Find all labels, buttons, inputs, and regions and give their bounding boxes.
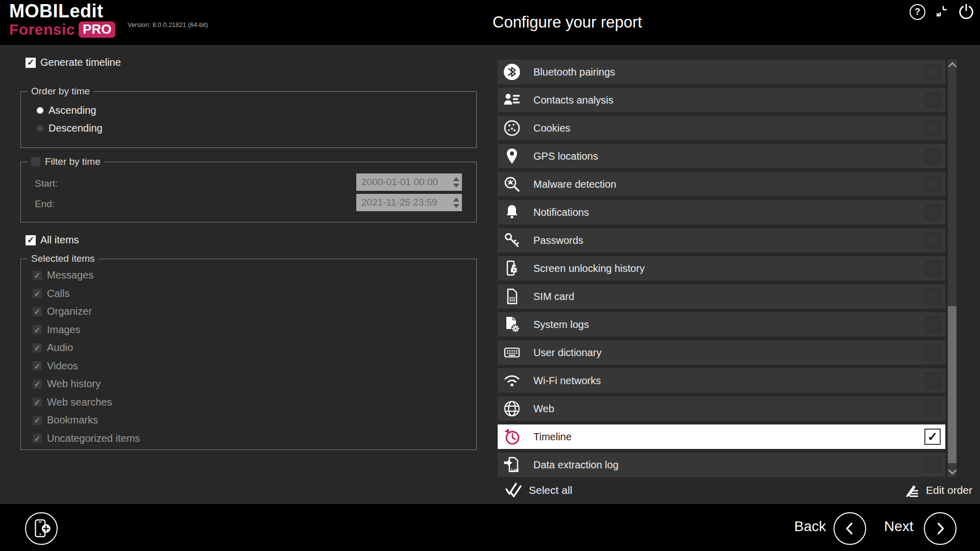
selected-item-organizer[interactable]: ✓Organizer [33,306,92,317]
spinner-down-icon[interactable] [453,204,459,208]
report-item-checkbox[interactable] [925,64,941,80]
report-item-label: Timeline [533,431,572,443]
selected-item-uncategorized-items[interactable]: ✓Uncategorized items [33,433,140,444]
add-device-button[interactable] [25,512,58,545]
order-by-time-legend: Order by time [28,86,93,97]
report-item-passwords[interactable]: Passwords [498,228,945,253]
chevron-left-icon [841,520,859,537]
all-items-label: All items [40,234,79,246]
end-datetime-input[interactable]: 2021-11-25 23:59 [356,194,462,211]
selected-item-checkbox[interactable]: ✓ [33,289,42,298]
generate-timeline-checkbox[interactable]: ✓ [26,58,36,68]
report-item-malware-detection[interactable]: Malware detection [498,172,945,196]
report-item-bluetooth-pairings[interactable]: Bluetooth pairings [498,60,945,84]
select-all-button[interactable]: Select all [504,481,572,499]
report-item-sim-card[interactable]: SIM card [498,284,945,309]
help-button[interactable]: ? [910,4,925,20]
selected-item-checkbox[interactable]: ✓ [33,397,42,407]
report-item-checkbox[interactable] [925,373,941,388]
start-datetime-input[interactable]: 2000-01-01 00:00 [356,173,462,191]
radio-descending-dot[interactable] [37,125,43,132]
scroll-up-icon[interactable] [948,62,957,71]
all-items-checkbox-row[interactable]: ✓ All items [26,234,79,246]
report-item-checkbox[interactable] [925,92,941,108]
selected-item-checkbox[interactable]: ✓ [33,361,42,370]
report-item-web[interactable]: Web [498,396,945,421]
selected-item-checkbox[interactable]: ✓ [33,416,42,425]
spinner-up-icon[interactable] [453,177,459,181]
report-item-label: Screen unlocking history [533,263,645,274]
report-item-checkbox[interactable] [925,317,941,332]
passwords-icon [503,231,521,249]
selected-items-legend: Selected items [28,253,99,264]
scrollbar-thumb[interactable] [948,306,957,463]
report-item-checkbox[interactable]: ✓ [924,429,941,445]
filter-by-time-checkbox[interactable] [31,157,40,166]
page-title: Configure your report [493,13,642,32]
report-item-screen-unlocking-history[interactable]: Screen unlocking history [498,256,945,281]
all-items-checkbox[interactable]: ✓ [26,235,36,245]
report-item-checkbox[interactable] [925,261,941,276]
selected-item-videos[interactable]: ✓Videos [33,360,78,372]
selected-item-audio[interactable]: ✓Audio [33,342,73,354]
report-item-checkbox[interactable] [925,345,941,360]
help-icon: ? [915,7,920,17]
report-list-scrollbar[interactable] [948,60,957,477]
report-item-checkbox[interactable] [925,401,941,416]
report-item-checkbox[interactable] [925,233,941,248]
selected-item-checkbox[interactable]: ✓ [33,307,42,316]
resize-window-button[interactable] [934,5,949,22]
report-item-checkbox[interactable] [925,177,941,192]
report-item-user-dictionary[interactable]: User dictionary [498,340,945,365]
data-extraction-log-icon: Log [503,456,521,474]
back-label[interactable]: Back [794,518,826,535]
report-item-notifications[interactable]: Notifications [498,200,945,224]
scroll-down-icon[interactable] [948,466,957,475]
next-button[interactable] [924,512,957,545]
gps-locations-icon [503,147,521,165]
report-item-timeline[interactable]: Timeline✓ [498,424,945,449]
selected-item-calls[interactable]: ✓Calls [33,288,69,299]
report-item-label: Cookies [533,122,570,134]
radio-descending[interactable]: Descending [37,122,103,134]
selected-item-checkbox[interactable]: ✓ [33,325,42,334]
spinner-down-icon[interactable] [453,184,459,188]
next-label[interactable]: Next [884,518,914,535]
report-item-data-extraction-log[interactable]: LogData extraction log [498,453,945,477]
selected-item-bookmarks[interactable]: ✓Bookmarks [33,414,98,426]
start-datetime-spinner[interactable] [451,177,462,188]
power-button[interactable] [958,3,975,22]
selected-item-label: Web history [47,378,101,390]
selected-item-checkbox[interactable]: ✓ [33,380,42,389]
selected-item-checkbox[interactable]: ✓ [33,434,42,443]
report-item-label: GPS locations [533,151,598,162]
selected-item-label: Calls [47,288,69,299]
radio-ascending[interactable]: Ascending [37,105,96,116]
selected-item-images[interactable]: ✓Images [33,324,81,336]
selected-item-checkbox[interactable]: ✓ [33,343,42,353]
selected-item-messages[interactable]: ✓Messages [33,269,93,281]
report-item-wi-fi-networks[interactable]: Wi-Fi networks [498,368,945,393]
selected-item-web-history[interactable]: ✓Web history [33,378,101,390]
spinner-up-icon[interactable] [453,197,459,202]
report-item-checkbox[interactable] [925,120,941,136]
report-item-label: SIM card [533,291,574,303]
report-item-checkbox[interactable] [925,205,941,220]
report-item-system-logs[interactable]: System logs [498,312,945,337]
report-item-cookies[interactable]: Cookies [498,116,945,140]
back-button[interactable] [834,512,866,545]
edit-order-button[interactable]: Edit order [903,482,972,498]
report-item-label: User dictionary [533,347,601,359]
report-item-checkbox[interactable] [925,289,941,304]
report-item-checkbox[interactable] [925,457,941,472]
selected-item-web-searches[interactable]: ✓Web searches [33,396,112,408]
report-item-checkbox[interactable] [925,148,941,164]
end-datetime-spinner[interactable] [451,197,462,208]
radio-ascending-dot[interactable] [37,107,43,114]
selected-item-checkbox[interactable]: ✓ [33,271,42,280]
system-logs-icon [503,315,521,334]
report-item-gps-locations[interactable]: GPS locations [498,144,945,168]
generate-timeline-checkbox-row[interactable]: ✓ Generate timeline [26,57,121,68]
report-item-contacts-analysis[interactable]: Contacts analysis [498,88,945,112]
app-header: MOBILedit Forensic PRO Version: 8.0.0.21… [0,0,980,45]
